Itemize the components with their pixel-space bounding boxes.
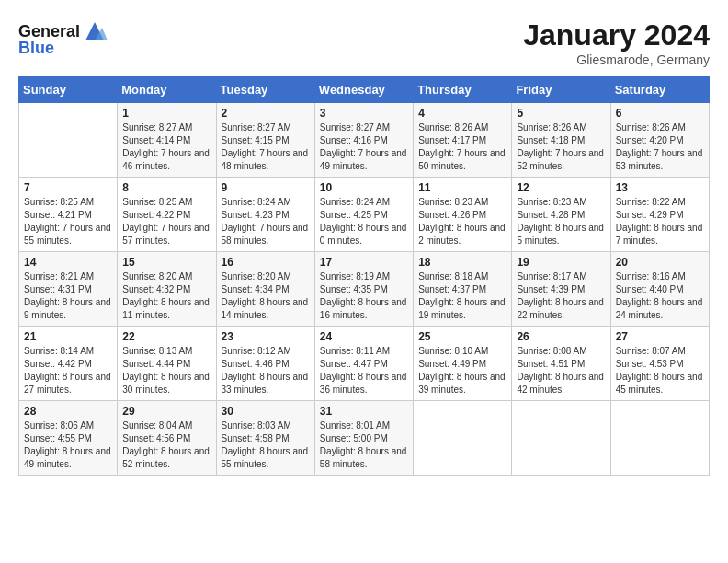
day-number: 13: [616, 181, 704, 194]
calendar-cell: 3Sunrise: 8:27 AMSunset: 4:16 PMDaylight…: [314, 103, 413, 178]
day-number: 31: [320, 405, 408, 418]
calendar-cell: 1Sunrise: 8:27 AMSunset: 4:14 PMDaylight…: [118, 103, 216, 178]
day-number: 28: [24, 405, 112, 418]
day-info: Sunrise: 8:19 AMSunset: 4:35 PMDaylight:…: [320, 270, 408, 322]
day-info: Sunrise: 8:04 AMSunset: 4:56 PMDaylight:…: [122, 419, 210, 471]
calendar-cell: 8Sunrise: 8:25 AMSunset: 4:22 PMDaylight…: [118, 178, 216, 252]
calendar-cell: 21Sunrise: 8:14 AMSunset: 4:42 PMDayligh…: [19, 327, 118, 401]
day-number: 5: [517, 107, 605, 120]
calendar-cell: 12Sunrise: 8:23 AMSunset: 4:28 PMDayligh…: [512, 178, 610, 252]
header-monday: Monday: [118, 77, 216, 103]
day-info: Sunrise: 8:24 AMSunset: 4:25 PMDaylight:…: [320, 196, 408, 247]
calendar-cell: 11Sunrise: 8:23 AMSunset: 4:26 PMDayligh…: [414, 178, 512, 252]
day-info: Sunrise: 8:23 AMSunset: 4:26 PMDaylight:…: [418, 196, 506, 247]
calendar-cell: 14Sunrise: 8:21 AMSunset: 4:31 PMDayligh…: [19, 252, 118, 327]
day-number: 22: [122, 330, 210, 343]
day-number: 29: [122, 405, 210, 418]
day-number: 19: [517, 256, 605, 269]
day-info: Sunrise: 8:22 AMSunset: 4:29 PMDaylight:…: [616, 196, 704, 247]
day-number: 1: [122, 107, 210, 120]
day-number: 17: [320, 256, 408, 269]
calendar-cell: 30Sunrise: 8:03 AMSunset: 4:58 PMDayligh…: [216, 401, 314, 476]
day-number: 11: [418, 181, 506, 194]
logo: General Blue: [18, 18, 108, 58]
calendar-cell: [610, 401, 709, 476]
day-info: Sunrise: 8:25 AMSunset: 4:22 PMDaylight:…: [122, 196, 210, 247]
header-thursday: Thursday: [414, 77, 512, 103]
title-block: January 2024 Gliesmarode, Germany: [523, 18, 710, 67]
day-number: 8: [122, 181, 210, 194]
day-info: Sunrise: 8:16 AMSunset: 4:40 PMDaylight:…: [616, 270, 704, 322]
calendar-cell: 13Sunrise: 8:22 AMSunset: 4:29 PMDayligh…: [610, 178, 709, 252]
day-info: Sunrise: 8:26 AMSunset: 4:20 PMDaylight:…: [616, 121, 704, 173]
day-info: Sunrise: 8:03 AMSunset: 4:58 PMDaylight:…: [222, 419, 310, 471]
day-info: Sunrise: 8:11 AMSunset: 4:47 PMDaylight:…: [320, 345, 408, 396]
calendar-cell: 17Sunrise: 8:19 AMSunset: 4:35 PMDayligh…: [314, 252, 413, 327]
day-number: 3: [320, 107, 408, 120]
calendar-cell: 23Sunrise: 8:12 AMSunset: 4:46 PMDayligh…: [216, 327, 314, 401]
calendar-table: Sunday Monday Tuesday Wednesday Thursday…: [18, 76, 710, 476]
day-number: 27: [616, 330, 704, 343]
day-info: Sunrise: 8:21 AMSunset: 4:31 PMDaylight:…: [24, 270, 112, 322]
day-info: Sunrise: 8:14 AMSunset: 4:42 PMDaylight:…: [24, 345, 112, 396]
day-info: Sunrise: 8:20 AMSunset: 4:32 PMDaylight:…: [122, 270, 210, 322]
calendar-cell: 15Sunrise: 8:20 AMSunset: 4:32 PMDayligh…: [118, 252, 216, 327]
day-info: Sunrise: 8:27 AMSunset: 4:16 PMDaylight:…: [320, 121, 408, 173]
day-number: 23: [222, 330, 310, 343]
day-info: Sunrise: 8:24 AMSunset: 4:23 PMDaylight:…: [222, 196, 310, 247]
calendar-cell: 7Sunrise: 8:25 AMSunset: 4:21 PMDaylight…: [19, 178, 118, 252]
logo-icon: [82, 18, 108, 44]
calendar-cell: 16Sunrise: 8:20 AMSunset: 4:34 PMDayligh…: [216, 252, 314, 327]
page-header: General Blue January 2024 Gliesmarode, G…: [18, 18, 710, 67]
day-number: 14: [24, 256, 112, 269]
month-year-title: January 2024: [523, 18, 710, 52]
calendar-cell: [414, 401, 512, 476]
day-number: 2: [222, 107, 310, 120]
day-info: Sunrise: 8:26 AMSunset: 4:17 PMDaylight:…: [418, 121, 506, 173]
calendar-cell: 25Sunrise: 8:10 AMSunset: 4:49 PMDayligh…: [414, 327, 512, 401]
header-sunday: Sunday: [19, 77, 118, 103]
header-wednesday: Wednesday: [314, 77, 413, 103]
day-number: 21: [24, 330, 112, 343]
calendar-cell: 2Sunrise: 8:27 AMSunset: 4:15 PMDaylight…: [216, 103, 314, 178]
day-info: Sunrise: 8:25 AMSunset: 4:21 PMDaylight:…: [24, 196, 112, 247]
calendar-cell: 28Sunrise: 8:06 AMSunset: 4:55 PMDayligh…: [19, 401, 118, 476]
day-info: Sunrise: 8:18 AMSunset: 4:37 PMDaylight:…: [418, 270, 506, 322]
calendar-cell: 5Sunrise: 8:26 AMSunset: 4:18 PMDaylight…: [512, 103, 610, 178]
header-saturday: Saturday: [610, 77, 709, 103]
calendar-cell: 29Sunrise: 8:04 AMSunset: 4:56 PMDayligh…: [118, 401, 216, 476]
day-number: 18: [418, 256, 506, 269]
calendar-cell: [512, 401, 610, 476]
header-friday: Friday: [512, 77, 610, 103]
calendar-week-row-0: 1Sunrise: 8:27 AMSunset: 4:14 PMDaylight…: [19, 103, 710, 178]
day-number: 24: [320, 330, 408, 343]
calendar-cell: 22Sunrise: 8:13 AMSunset: 4:44 PMDayligh…: [118, 327, 216, 401]
day-info: Sunrise: 8:17 AMSunset: 4:39 PMDaylight:…: [517, 270, 605, 322]
day-info: Sunrise: 8:23 AMSunset: 4:28 PMDaylight:…: [517, 196, 605, 247]
calendar-header-row: Sunday Monday Tuesday Wednesday Thursday…: [19, 77, 710, 103]
day-number: 12: [517, 181, 605, 194]
calendar-week-row-1: 7Sunrise: 8:25 AMSunset: 4:21 PMDaylight…: [19, 178, 710, 252]
day-number: 25: [418, 330, 506, 343]
day-info: Sunrise: 8:08 AMSunset: 4:51 PMDaylight:…: [517, 345, 605, 396]
calendar-week-row-3: 21Sunrise: 8:14 AMSunset: 4:42 PMDayligh…: [19, 327, 710, 401]
calendar-cell: [19, 103, 118, 178]
day-number: 16: [222, 256, 310, 269]
day-number: 20: [616, 256, 704, 269]
day-number: 7: [24, 181, 112, 194]
day-info: Sunrise: 8:27 AMSunset: 4:15 PMDaylight:…: [222, 121, 310, 173]
calendar-cell: 31Sunrise: 8:01 AMSunset: 5:00 PMDayligh…: [314, 401, 413, 476]
location-subtitle: Gliesmarode, Germany: [523, 52, 710, 67]
calendar-cell: 10Sunrise: 8:24 AMSunset: 4:25 PMDayligh…: [314, 178, 413, 252]
logo-blue: Blue: [18, 39, 54, 58]
day-number: 4: [418, 107, 506, 120]
calendar-cell: 18Sunrise: 8:18 AMSunset: 4:37 PMDayligh…: [414, 252, 512, 327]
day-info: Sunrise: 8:20 AMSunset: 4:34 PMDaylight:…: [222, 270, 310, 322]
day-number: 30: [222, 405, 310, 418]
calendar-week-row-4: 28Sunrise: 8:06 AMSunset: 4:55 PMDayligh…: [19, 401, 710, 476]
day-info: Sunrise: 8:01 AMSunset: 5:00 PMDaylight:…: [320, 419, 408, 471]
header-tuesday: Tuesday: [216, 77, 314, 103]
calendar-cell: 9Sunrise: 8:24 AMSunset: 4:23 PMDaylight…: [216, 178, 314, 252]
calendar-cell: 27Sunrise: 8:07 AMSunset: 4:53 PMDayligh…: [610, 327, 709, 401]
calendar-cell: 20Sunrise: 8:16 AMSunset: 4:40 PMDayligh…: [610, 252, 709, 327]
